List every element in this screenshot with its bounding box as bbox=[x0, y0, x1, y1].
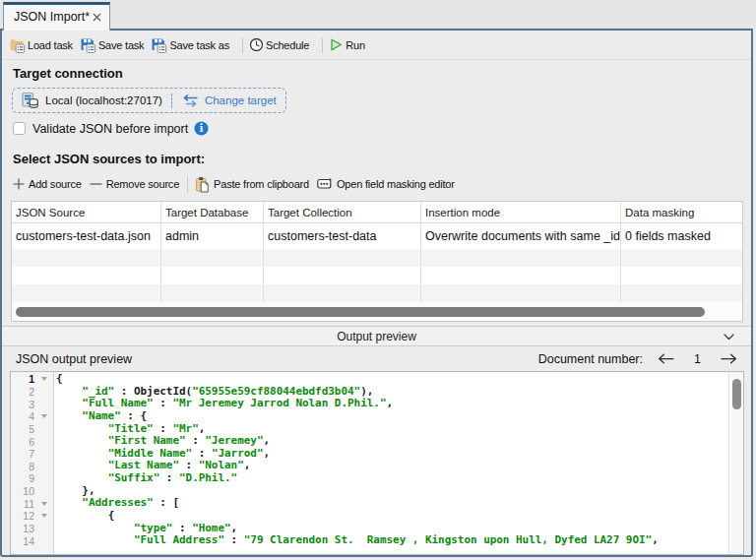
empty-table-cell bbox=[161, 267, 264, 284]
fold-collapse-icon[interactable] bbox=[41, 514, 47, 518]
connection-separator bbox=[171, 93, 172, 108]
sources-table-header: JSON SourceTarget DatabaseTarget Collect… bbox=[12, 202, 742, 223]
code-line: "Suffix" : "D.Phil." bbox=[56, 472, 743, 485]
preview-controls-row: JSON output preview Document number: 1 bbox=[2, 346, 751, 371]
fold-slot bbox=[34, 502, 53, 506]
fold-collapse-icon[interactable] bbox=[41, 414, 47, 418]
empty-table-cell bbox=[621, 249, 743, 267]
empty-table-cell bbox=[264, 249, 421, 267]
sources-toolbar: Add source Remove source Paste from clip… bbox=[13, 172, 751, 196]
toolbar-separator bbox=[242, 37, 243, 53]
gutter-row: 11 bbox=[11, 497, 53, 510]
import-panel: Load task Save task bbox=[0, 29, 753, 557]
document-number-label: Document number: bbox=[538, 352, 643, 366]
connection-label: Local (localhost:27017) bbox=[45, 94, 162, 106]
open-field-masking-editor-label: Open field masking editor bbox=[337, 178, 455, 190]
change-target-link[interactable]: Change target bbox=[205, 94, 277, 106]
line-number: 8 bbox=[11, 461, 34, 472]
gutter-row: 4 bbox=[11, 410, 53, 423]
tab-bar: JSON Import* bbox=[0, 0, 756, 29]
schedule-button[interactable]: Schedule bbox=[249, 37, 309, 52]
validate-json-checkbox[interactable] bbox=[13, 122, 26, 135]
toolbar-separator bbox=[322, 37, 323, 53]
run-play-icon bbox=[329, 37, 344, 52]
line-number: 2 bbox=[11, 386, 34, 398]
table-horizontal-scrollbar[interactable] bbox=[12, 302, 742, 321]
remove-source-button[interactable]: Remove source bbox=[90, 178, 179, 190]
empty-table-cell bbox=[264, 267, 421, 284]
empty-table-cell bbox=[621, 267, 743, 284]
gutter-row: 9 bbox=[11, 472, 53, 485]
table-row[interactable]: customers-test-data.jsonadmincustomers-t… bbox=[12, 223, 742, 249]
fold-collapse-icon[interactable] bbox=[41, 502, 47, 506]
tab-json-import[interactable]: JSON Import* bbox=[3, 2, 110, 31]
gutter-row: 14 bbox=[11, 534, 53, 547]
table-cell: customers-test-data.json bbox=[12, 223, 161, 249]
code-line: "Addresses" : [ bbox=[56, 497, 743, 510]
save-task-as-button[interactable]: Save task as bbox=[151, 37, 229, 53]
paste-from-clipboard-button[interactable]: Paste from clipboard bbox=[195, 176, 309, 193]
output-preview-title: Output preview bbox=[337, 330, 416, 343]
table-horizontal-scrollbar-thumb[interactable] bbox=[16, 307, 705, 317]
gutter-row: 8 bbox=[11, 460, 53, 472]
code-line: "Full Address" : "79 Clarendon St. Ramse… bbox=[56, 534, 743, 547]
sources-toolbar-separator bbox=[187, 176, 188, 193]
gutter-row: 3 bbox=[11, 398, 53, 410]
line-number: 7 bbox=[11, 448, 34, 460]
output-preview-bar[interactable]: Output preview bbox=[2, 326, 751, 346]
empty-table-cell bbox=[621, 284, 743, 302]
save-task-as-disk-icon bbox=[151, 37, 167, 53]
column-header[interactable]: Data masking bbox=[621, 202, 743, 222]
fold-collapse-icon[interactable] bbox=[41, 377, 47, 381]
empty-table-cell bbox=[12, 267, 161, 284]
empty-table-cell bbox=[421, 284, 621, 302]
empty-table-row bbox=[12, 284, 742, 302]
editor-code[interactable]: { "_id" : ObjectId("65955e59cf88044ebdfd… bbox=[54, 372, 743, 554]
document-navigation: Document number: 1 bbox=[538, 352, 737, 366]
previous-document-arrow-icon[interactable] bbox=[658, 353, 674, 364]
empty-table-cell bbox=[264, 284, 421, 302]
column-header[interactable]: JSON Source bbox=[12, 202, 161, 222]
column-header[interactable]: Target Database bbox=[161, 202, 264, 222]
load-task-folder-icon bbox=[9, 37, 26, 53]
editor-vertical-scrollbar-thumb[interactable] bbox=[732, 379, 741, 409]
remove-source-label: Remove source bbox=[106, 178, 179, 190]
sources-table-body: customers-test-data.jsonadmincustomers-t… bbox=[12, 223, 742, 302]
line-number: 11 bbox=[11, 498, 34, 510]
minus-icon bbox=[90, 178, 102, 190]
save-task-disk-icon bbox=[80, 37, 96, 53]
next-document-arrow-icon[interactable] bbox=[721, 353, 737, 364]
gutter-row: 10 bbox=[11, 485, 53, 498]
gutter-row: 1 bbox=[11, 373, 53, 386]
sources-table: JSON SourceTarget DatabaseTarget Collect… bbox=[11, 201, 743, 322]
save-task-button[interactable]: Save task bbox=[80, 37, 145, 53]
empty-table-cell bbox=[161, 284, 264, 302]
save-task-as-label: Save task as bbox=[169, 39, 229, 51]
empty-table-cell bbox=[161, 249, 264, 267]
load-task-button[interactable]: Load task bbox=[9, 37, 73, 53]
empty-table-cell bbox=[12, 249, 161, 267]
gutter-row: 5 bbox=[11, 423, 53, 436]
connection-server-icon bbox=[21, 92, 39, 109]
column-header[interactable]: Insertion mode bbox=[421, 202, 621, 222]
gutter-row: 13 bbox=[11, 523, 53, 535]
tab-close-icon[interactable] bbox=[90, 10, 103, 24]
json-output-preview-label: JSON output preview bbox=[16, 352, 132, 366]
add-source-button[interactable]: Add source bbox=[13, 178, 82, 190]
line-number: 4 bbox=[11, 410, 34, 422]
chevron-down-icon[interactable] bbox=[724, 334, 734, 341]
open-field-masking-editor-button[interactable]: Open field masking editor bbox=[317, 177, 455, 191]
fold-slot bbox=[34, 514, 53, 518]
save-task-label: Save task bbox=[98, 39, 145, 51]
editor-vertical-scrollbar[interactable] bbox=[728, 372, 743, 554]
info-icon[interactable]: i bbox=[194, 121, 209, 136]
gutter-row: 12 bbox=[11, 510, 53, 523]
column-header[interactable]: Target Collection bbox=[264, 202, 421, 222]
line-number: 10 bbox=[11, 485, 34, 497]
document-number-value: 1 bbox=[694, 352, 701, 366]
code-line: "Full Name" : "Mr Jeremey Jarrod Nolan D… bbox=[56, 398, 743, 410]
empty-table-cell bbox=[12, 284, 161, 302]
json-preview-editor[interactable]: 1234567891011121314 { "_id" : ObjectId("… bbox=[10, 371, 744, 555]
validate-json-row: Validate JSON before import i bbox=[13, 121, 751, 136]
run-button[interactable]: Run bbox=[329, 37, 365, 52]
